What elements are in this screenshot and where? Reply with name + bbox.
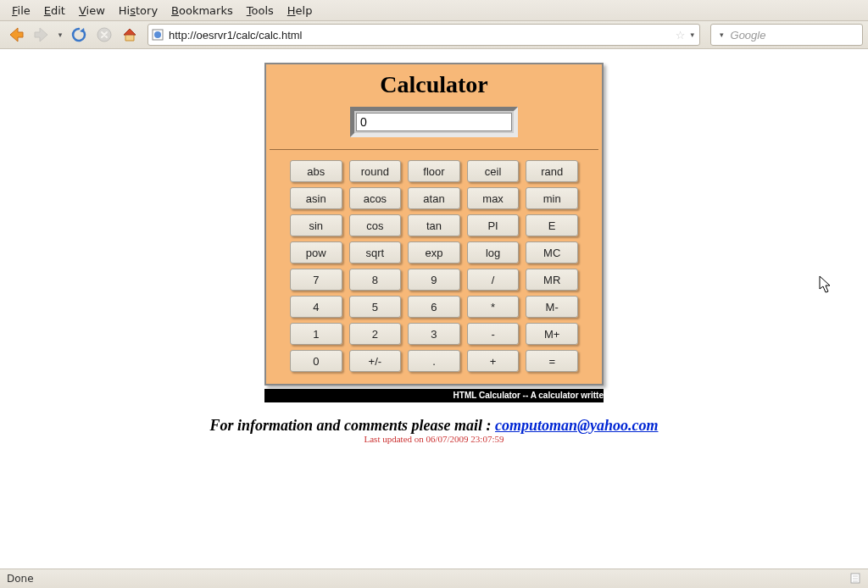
calculator-panel: Calculator absroundfloorceilrandasinacos… xyxy=(264,63,604,386)
nav-history-dropdown[interactable]: ▾ xyxy=(56,24,64,46)
calculator-marquee: HTML Calculator -- A calculator writte xyxy=(264,389,604,402)
calculator-key-row: powsqrtexplogMC xyxy=(290,241,578,263)
menu-file[interactable]: File xyxy=(5,3,37,19)
page-content: Calculator absroundfloorceilrandasinacos… xyxy=(0,49,868,568)
calc-key-cos[interactable]: cos xyxy=(349,214,402,236)
calc-key-min[interactable]: min xyxy=(526,187,578,209)
calculator-display-frame xyxy=(350,107,518,137)
calc-key-2[interactable]: 2 xyxy=(349,323,402,345)
calc-key-round[interactable]: round xyxy=(349,160,402,182)
calc-key-9[interactable]: 9 xyxy=(408,269,460,291)
calc-key-acos[interactable]: acos xyxy=(349,187,402,209)
calc-key-mr[interactable]: MR xyxy=(526,269,578,291)
last-updated: Last updated on 06/07/2009 23:07:59 xyxy=(0,434,868,444)
calculator-title: Calculator xyxy=(266,64,602,107)
forward-button xyxy=(31,24,53,46)
home-icon xyxy=(121,26,138,43)
bookmark-star-icon[interactable]: ☆ xyxy=(676,29,686,42)
search-engine-dropdown[interactable]: ▾ xyxy=(718,31,726,39)
menu-help[interactable]: Help xyxy=(281,3,320,19)
calc-key-[interactable]: +/- xyxy=(349,350,402,372)
calculator-key-row: 456*M- xyxy=(290,296,578,318)
back-button[interactable] xyxy=(5,24,27,46)
calc-key-[interactable]: * xyxy=(467,296,520,318)
calc-key-1[interactable]: 1 xyxy=(290,323,342,345)
calc-key-m[interactable]: M- xyxy=(526,296,578,318)
calc-key-3[interactable]: 3 xyxy=(408,323,460,345)
search-input[interactable] xyxy=(729,28,868,42)
menu-view[interactable]: View xyxy=(72,3,112,19)
calc-key-asin[interactable]: asin xyxy=(290,187,342,209)
back-arrow-icon xyxy=(7,25,25,44)
calculator-key-row: sincostanPIE xyxy=(290,214,578,236)
search-bar[interactable]: ▾ xyxy=(710,24,863,46)
calculator-key-row: 0+/-.+= xyxy=(290,350,578,372)
calc-key-abs[interactable]: abs xyxy=(290,160,342,182)
calc-key-[interactable]: / xyxy=(467,269,520,291)
calculator-divider xyxy=(270,149,598,150)
calc-key-0[interactable]: 0 xyxy=(290,350,342,372)
menu-edit[interactable]: Edit xyxy=(37,3,72,19)
status-text: Done xyxy=(7,573,34,585)
info-prefix: For information and comments please mail… xyxy=(209,417,495,434)
calc-key-4[interactable]: 4 xyxy=(290,296,342,318)
calc-key-6[interactable]: 6 xyxy=(408,296,460,318)
calc-key-pi[interactable]: PI xyxy=(467,214,520,236)
calc-key-5[interactable]: 5 xyxy=(349,296,402,318)
info-email-link[interactable]: computoman@yahoo.com xyxy=(495,417,658,434)
menu-tools[interactable]: Tools xyxy=(240,3,281,19)
reload-button[interactable] xyxy=(68,24,90,46)
page-favicon-icon xyxy=(152,29,164,41)
calc-key-max[interactable]: max xyxy=(467,187,520,209)
url-input[interactable] xyxy=(167,28,672,42)
home-button[interactable] xyxy=(119,24,141,46)
calculator-keypad: absroundfloorceilrandasinacosatanmaxmins… xyxy=(266,160,602,384)
calc-key-[interactable]: + xyxy=(467,350,520,372)
calc-key-[interactable]: - xyxy=(467,323,520,345)
calculator-key-row: 789/MR xyxy=(290,269,578,291)
calc-key-tan[interactable]: tan xyxy=(408,214,460,236)
calc-key-sin[interactable]: sin xyxy=(290,214,342,236)
calc-key-m[interactable]: M+ xyxy=(526,323,578,345)
calc-key-[interactable]: . xyxy=(408,350,460,372)
calc-key-pow[interactable]: pow xyxy=(290,241,342,263)
menubar: File Edit View History Bookmarks Tools H… xyxy=(0,0,868,21)
calc-key-e[interactable]: E xyxy=(526,214,578,236)
menu-history[interactable]: History xyxy=(112,3,164,19)
calculator-key-row: 123-M+ xyxy=(290,323,578,345)
calc-key-floor[interactable]: floor xyxy=(408,160,460,182)
calculator-display[interactable] xyxy=(356,113,512,131)
calculator-key-row: asinacosatanmaxmin xyxy=(290,187,578,209)
stop-icon xyxy=(97,27,112,42)
calc-key-8[interactable]: 8 xyxy=(349,269,402,291)
calc-key-rand[interactable]: rand xyxy=(526,160,578,182)
calc-key-atan[interactable]: atan xyxy=(408,187,460,209)
menu-bookmarks[interactable]: Bookmarks xyxy=(164,3,240,19)
url-bar[interactable]: ☆ ▾ xyxy=(147,24,700,46)
calc-key-[interactable]: = xyxy=(526,350,578,372)
calc-key-sqrt[interactable]: sqrt xyxy=(349,241,402,263)
reload-icon xyxy=(70,26,87,43)
stop-button xyxy=(93,24,115,46)
status-bar: Done xyxy=(0,569,868,588)
calc-key-7[interactable]: 7 xyxy=(290,269,342,291)
svg-point-2 xyxy=(154,31,161,38)
toolbar: ▾ ☆ ▾ ▾ xyxy=(0,21,868,49)
calc-key-exp[interactable]: exp xyxy=(408,241,460,263)
calc-key-log[interactable]: log xyxy=(467,241,520,263)
info-line: For information and comments please mail… xyxy=(0,417,868,435)
calc-key-mc[interactable]: MC xyxy=(526,241,578,263)
forward-arrow-icon xyxy=(32,25,51,44)
calc-key-ceil[interactable]: ceil xyxy=(467,160,520,182)
status-notepad-icon xyxy=(849,572,861,586)
calculator-key-row: absroundfloorceilrand xyxy=(290,160,578,182)
url-dropdown-icon[interactable]: ▾ xyxy=(688,31,696,39)
